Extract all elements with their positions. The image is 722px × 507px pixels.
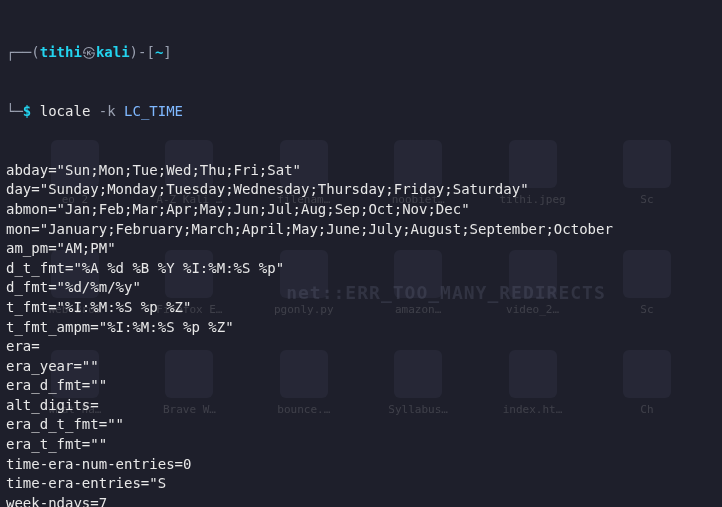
prompt-line-1: ┌──(tithi㉿kali)-[~] [6,43,716,63]
output-line: time-era-num-entries=0 [6,455,716,475]
prompt-prefix2: └─ [6,103,23,119]
output-line: abmon="Jan;Feb;Mar;Apr;May;Jun;Jul;Aug;S… [6,200,716,220]
terminal-output: abday="Sun;Mon;Tue;Wed;Thu;Fri;Sat"day="… [6,161,716,507]
typed-command: locale [40,103,91,119]
output-line: era_year="" [6,357,716,377]
output-line: abday="Sun;Mon;Tue;Wed;Thu;Fri;Sat" [6,161,716,181]
output-line: d_t_fmt="%A %d %B %Y %I:%M:%S %p" [6,259,716,279]
output-line: t_fmt="%I:%M:%S %p %Z" [6,298,716,318]
output-line: day="Sunday;Monday;Tuesday;Wednesday;Thu… [6,180,716,200]
output-line: era_t_fmt="" [6,435,716,455]
prompt-lbr: [ [146,44,154,60]
output-line: time-era-entries="S [6,474,716,494]
output-line: alt_digits= [6,396,716,416]
terminal-window[interactable]: ┌──(tithi㉿kali)-[~] └─$ locale -k LC_TIM… [0,0,722,507]
prompt-open: ┌──( [6,44,40,60]
typed-option: -k [99,103,116,119]
output-line: am_pm="AM;PM" [6,239,716,259]
output-line: week-ndays=7 [6,494,716,507]
output-line: t_fmt_ampm="%I:%M:%S %p %Z" [6,318,716,338]
prompt-rbr: ] [163,44,171,60]
output-line: mon="January;February;March;April;May;Ju… [6,220,716,240]
output-line: era_d_fmt="" [6,376,716,396]
prompt-at: ㉿ [82,44,96,60]
prompt-close: ) [130,44,138,60]
output-line: d_fmt="%d/%m/%y" [6,278,716,298]
prompt-user: tithi [40,44,82,60]
output-line: era= [6,337,716,357]
prompt-line-2[interactable]: └─$ locale -k LC_TIME [6,102,716,122]
typed-argument: LC_TIME [124,103,183,119]
prompt-host: kali [96,44,130,60]
output-line: era_d_t_fmt="" [6,415,716,435]
